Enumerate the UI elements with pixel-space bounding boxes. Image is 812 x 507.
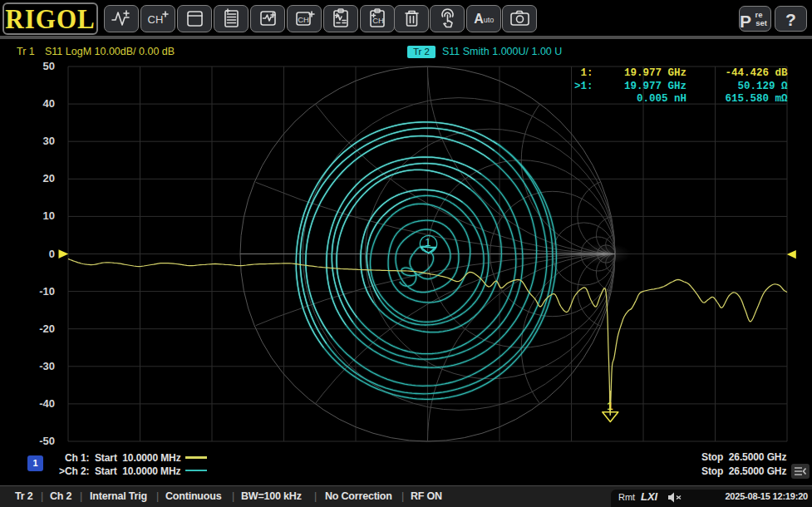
svg-text:1: 1 (607, 400, 613, 412)
svg-text:A: A (474, 12, 484, 26)
svg-text:1:: 1: (580, 67, 593, 79)
svg-text:615.580 mΩ: 615.580 mΩ (725, 93, 788, 105)
svg-text:40: 40 (43, 97, 55, 110)
svg-text:1: 1 (425, 236, 431, 249)
svg-text:CH: CH (298, 15, 309, 24)
svg-text:?: ? (785, 10, 796, 29)
svg-text:30: 30 (43, 135, 55, 147)
svg-text:-10: -10 (39, 285, 55, 298)
svg-text:0: 0 (49, 248, 55, 260)
svg-text:-44.426 dB: -44.426 dB (725, 67, 788, 79)
svg-text:0.005 nH: 0.005 nH (637, 93, 687, 105)
svg-text:50.129 Ω: 50.129 Ω (737, 81, 788, 92)
svg-text:10: 10 (43, 209, 55, 222)
svg-text:-50: -50 (39, 435, 55, 447)
svg-text:19.977 GHz: 19.977 GHz (624, 81, 687, 92)
svg-text:set: set (755, 18, 768, 27)
svg-text:-30: -30 (39, 360, 55, 372)
svg-text:-40: -40 (39, 397, 55, 410)
svg-text:-20: -20 (39, 322, 55, 335)
svg-text:20: 20 (43, 172, 55, 185)
svg-text:19.977 GHz: 19.977 GHz (624, 67, 687, 79)
svg-text:uto: uto (484, 16, 495, 24)
svg-text:CH: CH (148, 13, 164, 26)
svg-text:>1:: >1: (574, 81, 593, 92)
svg-text:P: P (740, 12, 751, 31)
